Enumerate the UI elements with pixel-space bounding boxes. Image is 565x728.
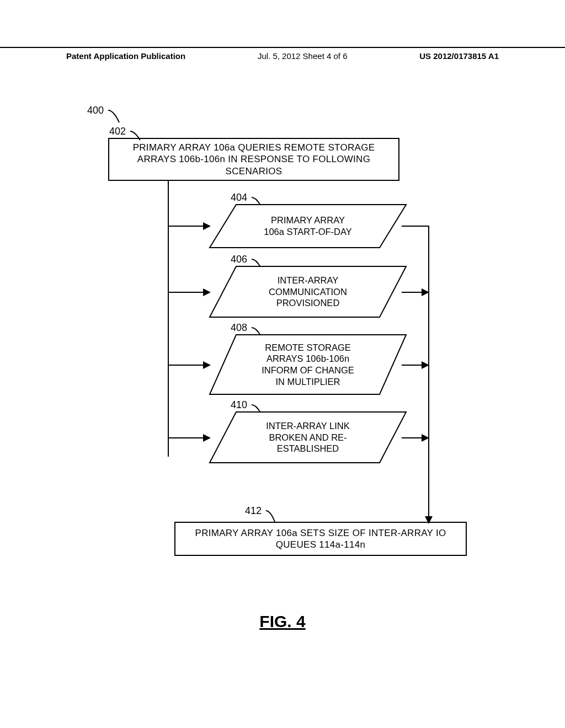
io-box-406-text: INTER-ARRAY COMMUNICATION PROVISIONED <box>269 275 347 309</box>
reference-numeral-402: 402 <box>109 126 126 137</box>
header-publication-type: Patent Application Publication <box>66 51 185 61</box>
reference-numeral-408: 408 <box>231 322 247 334</box>
reference-numeral-400: 400 <box>87 105 104 116</box>
io-box-408-text: REMOTE STORAGE ARRAYS 106b-106n INFORM O… <box>262 342 354 388</box>
reference-numeral-412: 412 <box>245 505 262 517</box>
reference-numeral-410: 410 <box>231 399 247 411</box>
io-box-406: INTER-ARRAY COMMUNICATION PROVISIONED <box>209 266 407 318</box>
process-box-402-text: PRIMARY ARRAY 106a QUERIES REMOTE STORAG… <box>117 142 391 177</box>
process-box-412-text: PRIMARY ARRAY 106a SETS SIZE OF INTER-AR… <box>183 527 458 551</box>
reference-numeral-406: 406 <box>231 254 247 265</box>
leader-line-icon <box>107 109 121 125</box>
io-box-404-text: PRIMARY ARRAY 106a START-OF-DAY <box>264 215 352 237</box>
io-box-404: PRIMARY ARRAY 106a START-OF-DAY <box>209 204 407 248</box>
io-box-410-text: INTER-ARRAY LINK BROKEN AND RE- ESTABLIS… <box>266 420 350 454</box>
process-box-412: PRIMARY ARRAY 106a SETS SIZE OF INTER-AR… <box>174 522 467 556</box>
io-box-408: REMOTE STORAGE ARRAYS 106b-106n INFORM O… <box>209 334 407 395</box>
reference-numeral-404: 404 <box>231 192 247 204</box>
io-box-410: INTER-ARRAY LINK BROKEN AND RE- ESTABLIS… <box>209 411 407 463</box>
header-date-sheet: Jul. 5, 2012 Sheet 4 of 6 <box>258 51 348 61</box>
page-header: Patent Application Publication Jul. 5, 2… <box>0 47 565 61</box>
figure-caption: FIG. 4 <box>0 612 565 631</box>
flowchart-diagram: 400 402 PRIMARY ARRAY 106a QUERIES REMOT… <box>77 105 486 618</box>
header-publication-number: US 2012/0173815 A1 <box>419 51 499 61</box>
process-box-402: PRIMARY ARRAY 106a QUERIES REMOTE STORAG… <box>108 138 399 181</box>
